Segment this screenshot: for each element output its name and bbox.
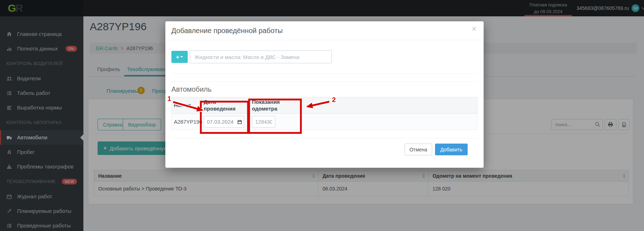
add-work-type-button[interactable]: + [171, 51, 188, 63]
modal-divider [171, 81, 478, 82]
modal-divider [171, 73, 478, 74]
cell-odometer-input [250, 114, 302, 130]
col-header-odometer: Показания одометра [250, 97, 302, 114]
calendar-icon[interactable] [237, 119, 242, 124]
submit-add-button[interactable]: Добавить [435, 144, 468, 155]
col-header-empty [302, 97, 478, 114]
plus-icon: + [176, 54, 180, 60]
work-type-row: + [171, 50, 478, 63]
work-type-input[interactable] [190, 50, 332, 63]
col-header-date: Дата проведения [202, 97, 250, 114]
modal-footer: Отмена Добавить [171, 138, 478, 155]
add-work-modal: Добавление проведённой работы × + Автомо… [165, 21, 484, 168]
vehicle-section-title: Автомобиль [171, 85, 478, 93]
vehicle-row: A287YP196 [172, 114, 478, 130]
vehicle-table-header: Номер Дата проведения Показания одометра [172, 97, 478, 114]
caret-down-icon [180, 56, 183, 59]
cell-empty [302, 114, 478, 130]
app-window: G R Платная подписка до 09.03.2024 34568… [0, 0, 644, 231]
col-header-number: Номер [172, 97, 202, 114]
cell-date-input [202, 114, 250, 130]
odometer-input[interactable] [252, 116, 275, 128]
modal-header: Добавление проведённой работы × [165, 21, 484, 40]
cancel-button[interactable]: Отмена [404, 144, 432, 155]
vehicle-table: Номер Дата проведения Показания одометра… [171, 97, 478, 130]
modal-title: Добавление проведённой работы [171, 27, 283, 35]
modal-body: + Автомобиль Номер Дата проведения Показ… [165, 50, 484, 155]
close-icon[interactable]: × [472, 25, 477, 33]
cell-vehicle-number: A287YP196 [172, 114, 202, 130]
